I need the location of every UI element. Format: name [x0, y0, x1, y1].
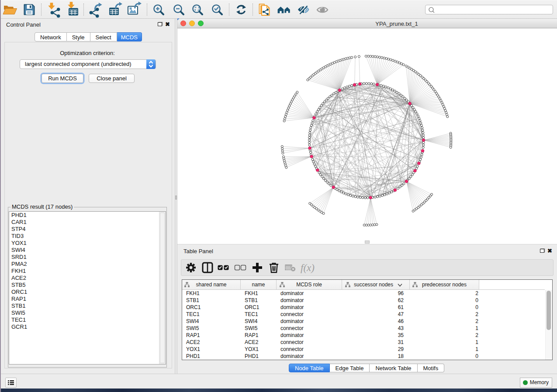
- svg-text:f(x): f(x): [301, 262, 315, 273]
